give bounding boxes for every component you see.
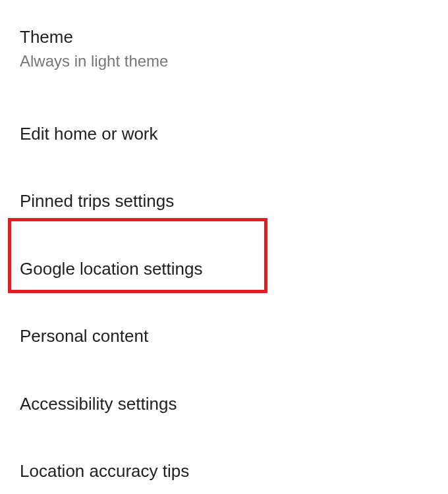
settings-item-title: Location accuracy tips: [20, 460, 428, 482]
settings-item-theme[interactable]: Theme Always in light theme: [0, 13, 448, 84]
settings-item-title: Accessibility settings: [20, 393, 428, 415]
settings-item-subtitle: Always in light theme: [20, 52, 428, 70]
settings-list: Theme Always in light theme Edit home or…: [0, 0, 448, 494]
settings-item-title: Personal content: [20, 325, 428, 347]
settings-item-pinned-trips[interactable]: Pinned trips settings: [0, 171, 448, 232]
settings-item-accessibility[interactable]: Accessibility settings: [0, 373, 448, 435]
settings-item-edit-home-work[interactable]: Edit home or work: [0, 103, 448, 165]
settings-item-title: Pinned trips settings: [20, 190, 428, 212]
settings-item-title: Google location settings: [20, 258, 428, 280]
settings-item-location-accuracy[interactable]: Location accuracy tips: [0, 441, 448, 494]
settings-item-title: Theme: [20, 26, 428, 48]
settings-item-title: Edit home or work: [20, 123, 428, 145]
settings-item-google-location[interactable]: Google location settings: [0, 238, 448, 300]
settings-item-personal-content[interactable]: Personal content: [0, 306, 448, 367]
